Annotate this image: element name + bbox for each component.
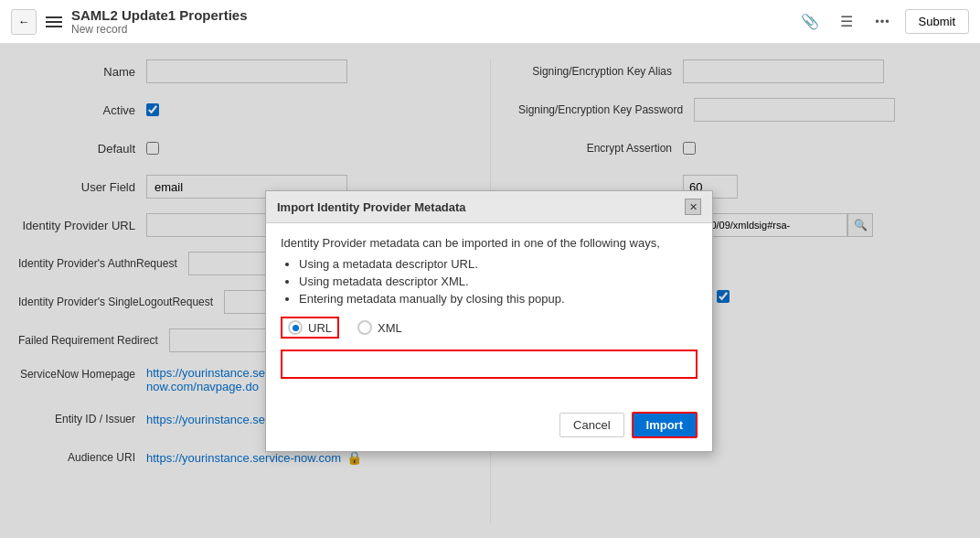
modal-body: Identity Provider metadata can be import… xyxy=(266,223,712,404)
xml-radio-outer xyxy=(357,320,372,335)
modal-close-button[interactable]: ✕ xyxy=(685,199,701,215)
submit-button[interactable]: Submit xyxy=(905,9,969,34)
hamburger-line xyxy=(46,26,62,27)
main-area: Name Active Default User Field xyxy=(0,44,980,538)
header-title-group: SAML2 Update1 Properties New record xyxy=(71,7,248,36)
cancel-button[interactable]: Cancel xyxy=(559,413,623,437)
modal-bullet-3: Entering metadata manually by closing th… xyxy=(299,292,698,306)
back-icon: ← xyxy=(18,15,30,28)
header-right: 📎 ☰ ••• Submit xyxy=(795,7,969,37)
page-title: SAML2 Update1 Properties xyxy=(71,7,248,23)
xml-radio-label: XML xyxy=(378,321,402,335)
more-button[interactable]: ••• xyxy=(868,7,898,37)
modal-footer: Cancel Import xyxy=(266,404,712,451)
hamburger-menu[interactable] xyxy=(46,16,62,27)
modal-header: Import Identity Provider Metadata ✕ xyxy=(266,191,712,223)
import-metadata-modal: Import Identity Provider Metadata ✕ Iden… xyxy=(265,190,713,452)
url-radio-label: URL xyxy=(308,321,332,335)
more-icon: ••• xyxy=(875,15,890,28)
url-radio-option[interactable]: URL xyxy=(281,317,339,339)
radio-group: URL XML xyxy=(281,317,698,339)
hamburger-line xyxy=(46,16,62,18)
modal-bullet-1: Using a metadata descriptor URL. xyxy=(299,257,698,271)
xml-radio-option[interactable]: XML xyxy=(357,320,402,335)
back-button[interactable]: ← xyxy=(11,9,37,35)
header-left: ← SAML2 Update1 Properties New record xyxy=(11,7,248,36)
header: ← SAML2 Update1 Properties New record 📎 … xyxy=(0,0,980,44)
page-subtitle: New record xyxy=(71,23,248,36)
sliders-button[interactable]: ☰ xyxy=(832,7,861,37)
import-button[interactable]: Import xyxy=(632,412,698,438)
url-radio-inner xyxy=(293,325,299,331)
modal-body-text: Identity Provider metadata can be import… xyxy=(281,236,698,250)
xml-radio-inner xyxy=(362,325,368,331)
url-input[interactable] xyxy=(282,351,696,377)
modal-bullet-list: Using a metadata descriptor URL. Using m… xyxy=(299,257,698,306)
paperclip-icon: 📎 xyxy=(801,13,819,30)
modal-backdrop: Import Identity Provider Metadata ✕ Iden… xyxy=(0,44,980,538)
url-radio-outer xyxy=(288,320,303,335)
url-input-wrap xyxy=(281,350,698,379)
sliders-icon: ☰ xyxy=(840,13,853,30)
hamburger-line xyxy=(46,21,62,23)
paperclip-button[interactable]: 📎 xyxy=(795,7,825,37)
modal-bullet-2: Using metadata descriptor XML. xyxy=(299,274,698,288)
modal-title: Import Identity Provider Metadata xyxy=(277,200,466,214)
